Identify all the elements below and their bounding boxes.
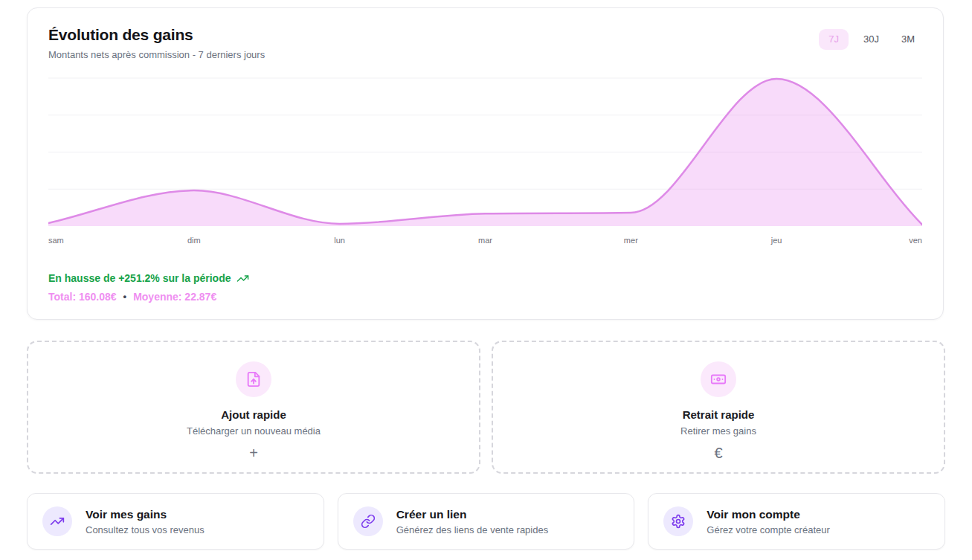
total-value: Total: 160.08€ — [48, 290, 117, 303]
quick-withdraw-title: Retrait rapide — [683, 408, 755, 422]
file-upload-icon — [245, 371, 262, 387]
chart-subtitle: Montants nets après commission - 7 derni… — [48, 48, 265, 62]
view-account-subtitle: Gérez votre compte créateur — [707, 524, 829, 536]
chart-card-header: Évolution des gains Montants nets après … — [48, 25, 922, 62]
quick-actions-row: Ajout rapide Télécharger un nouveau médi… — [27, 341, 945, 474]
stats-separator: • — [123, 290, 127, 303]
range-button-3m[interactable]: 3M — [894, 29, 922, 50]
view-earnings-title: Voir mes gains — [86, 507, 205, 522]
x-axis-label: mer — [624, 236, 638, 245]
x-axis-label: dim — [187, 236, 201, 245]
trending-up-icon — [50, 514, 65, 529]
earnings-chart-card: Évolution des gains Montants nets après … — [27, 7, 944, 320]
trend-summary: En hausse de +251.2% sur la période — [48, 271, 922, 285]
view-account-title: Voir mon compte — [707, 507, 829, 522]
stats-summary: Total: 160.08€ • Moyenne: 22.87€ — [48, 290, 922, 303]
x-axis-label: ven — [909, 236, 922, 245]
trending-up-icon — [236, 272, 249, 285]
area-chart-svg — [48, 74, 922, 230]
x-axis-label: mar — [478, 236, 492, 245]
create-link-subtitle: Générez des liens de vente rapides — [396, 524, 549, 536]
view-earnings-card[interactable]: Voir mes gains Consultez tous vos revenu… — [27, 493, 324, 550]
create-link-title: Créer un lien — [396, 507, 549, 522]
quick-add-subtitle: Télécharger un nouveau média — [187, 425, 321, 437]
view-account-card[interactable]: Voir mon compte Gérez votre compte créat… — [648, 493, 945, 550]
upload-icon-circle — [236, 361, 271, 397]
x-axis-label: sam — [48, 236, 64, 245]
x-axis-labels: samdimlunmarmerjeuven — [48, 230, 922, 249]
euro-symbol: € — [714, 445, 722, 461]
link-icon — [361, 514, 376, 529]
chart-title: Évolution des gains — [48, 25, 265, 45]
quick-withdraw-card[interactable]: Retrait rapide Retirer mes gains € — [492, 341, 945, 474]
range-button-7j[interactable]: 7J — [819, 29, 849, 50]
creator-dashboard-page: Évolution des gains Montants nets après … — [0, 0, 972, 560]
average-value: Moyenne: 22.87€ — [133, 290, 216, 303]
view-account-text: Voir mon compte Gérez votre compte créat… — [707, 507, 829, 536]
gear-icon-circle — [663, 506, 693, 536]
create-link-text: Créer un lien Générez des liens de vente… — [396, 507, 549, 536]
chart-card-titles: Évolution des gains Montants nets après … — [48, 25, 265, 62]
link-icon-circle — [353, 506, 383, 536]
quick-add-card[interactable]: Ajout rapide Télécharger un nouveau médi… — [27, 341, 480, 474]
quick-add-title: Ajout rapide — [221, 408, 286, 422]
banknote-icon — [710, 371, 727, 387]
plus-symbol: + — [249, 445, 258, 461]
range-selector: 7J 30J 3M — [819, 29, 922, 50]
view-earnings-text: Voir mes gains Consultez tous vos revenu… — [86, 507, 205, 536]
quick-withdraw-subtitle: Retirer mes gains — [680, 425, 756, 437]
create-link-card[interactable]: Créer un lien Générez des liens de vente… — [338, 493, 635, 550]
view-earnings-subtitle: Consultez tous vos revenus — [86, 524, 205, 536]
earnings-area-chart[interactable]: samdimlunmarmerjeuven — [48, 74, 922, 249]
range-button-30j[interactable]: 30J — [856, 29, 886, 50]
trend-text: En hausse de +251.2% sur la période — [48, 271, 231, 285]
earnings-icon-circle — [42, 506, 72, 536]
shortcuts-row: Voir mes gains Consultez tous vos revenu… — [27, 493, 945, 550]
x-axis-label: jeu — [771, 236, 782, 245]
banknote-icon-circle — [701, 361, 736, 397]
x-axis-label: lun — [334, 236, 345, 245]
gear-icon — [671, 514, 686, 529]
